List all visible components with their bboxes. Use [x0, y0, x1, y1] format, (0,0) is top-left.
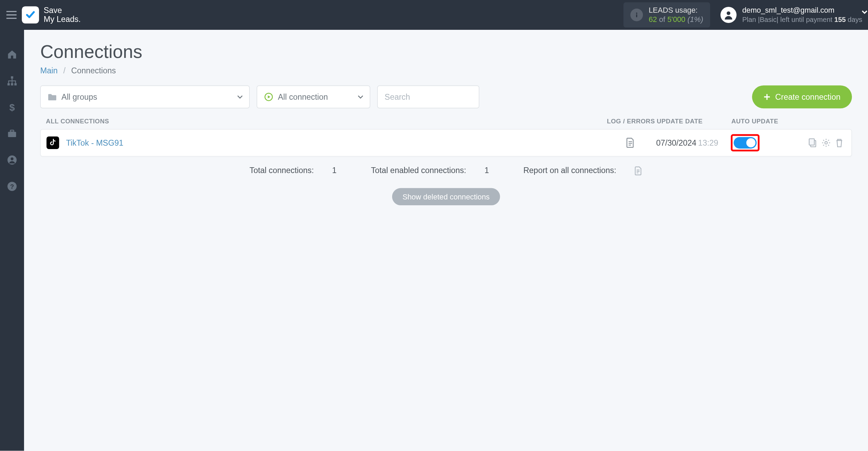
breadcrumb-main-link[interactable]: Main [40, 66, 58, 75]
question-icon: ? [7, 181, 17, 192]
folder-icon [48, 93, 57, 101]
update-time: 13:29 [698, 138, 718, 147]
svg-point-0 [636, 12, 637, 14]
briefcase-icon [7, 129, 17, 139]
sidebar-item-connections[interactable] [6, 75, 19, 87]
breadcrumb: Main / Connections [40, 66, 852, 75]
report-button[interactable] [635, 167, 643, 176]
document-icon [635, 167, 643, 176]
settings-button[interactable] [821, 138, 831, 147]
home-icon [7, 49, 17, 60]
sidebar: $ ? [0, 30, 24, 451]
log-button[interactable] [626, 138, 635, 148]
sitemap-icon [7, 76, 17, 86]
gear-icon [821, 138, 831, 147]
sidebar-item-briefcase[interactable] [6, 127, 19, 140]
hamburger-icon [6, 11, 16, 19]
sidebar-item-billing[interactable]: $ [6, 101, 19, 114]
th-auto: AUTO UPDATE [731, 118, 795, 124]
dollar-icon: $ [7, 102, 17, 112]
copy-icon [808, 138, 817, 147]
search-box[interactable] [377, 85, 479, 108]
search-input[interactable] [385, 92, 472, 101]
leads-values: 62 of 5'000 (1%) [649, 15, 703, 24]
main-content: Connections Main / Connections All group… [24, 30, 868, 451]
table-row: TikTok - MSG91 07/30/2024 13:29 [40, 129, 852, 156]
svg-rect-8 [8, 132, 16, 137]
svg-point-2 [727, 11, 730, 15]
leads-usage-badge[interactable]: LEADS usage: 62 of 5'000 (1%) [623, 2, 710, 28]
auto-update-toggle[interactable] [734, 137, 756, 148]
stat-report: Report on all connections: [515, 166, 651, 175]
filters-row: All groups All connection Create connect… [40, 85, 852, 108]
toggle-highlight [731, 134, 760, 151]
connection-filter-select[interactable]: All connection [257, 85, 370, 108]
cell-log [605, 138, 656, 148]
show-deleted-button[interactable]: Show deleted connections [392, 188, 500, 205]
svg-point-17 [825, 142, 827, 144]
tiktok-icon [47, 136, 59, 149]
breadcrumb-sep: / [63, 66, 66, 75]
user-icon [723, 10, 734, 20]
table-header: ALL CONNECTIONS LOG / ERRORS UPDATE DATE… [40, 114, 852, 129]
create-connection-button[interactable]: Create connection [752, 85, 852, 108]
chevron-down-icon [357, 94, 364, 100]
topbar: Save My Leads. LEADS usage: 62 of 5'000 … [0, 0, 868, 30]
th-date: UPDATE DATE [657, 118, 731, 124]
cell-name: TikTok - MSG91 [47, 136, 605, 149]
svg-text:$: $ [9, 102, 15, 112]
info-icon [630, 9, 643, 21]
user-plan: Plan |Basic| left until payment 155 days [742, 15, 862, 24]
leads-label: LEADS usage: [649, 6, 703, 15]
groups-select[interactable]: All groups [40, 85, 250, 108]
checkmark-icon [25, 9, 36, 21]
user-circle-icon [7, 155, 17, 165]
breadcrumb-current: Connections [71, 66, 116, 75]
svg-rect-9 [10, 130, 14, 132]
leads-text: LEADS usage: 62 of 5'000 (1%) [649, 6, 703, 24]
th-log: LOG / ERRORS [605, 118, 657, 124]
chevron-down-icon [236, 94, 243, 100]
svg-rect-3 [11, 76, 13, 79]
svg-text:?: ? [10, 183, 14, 190]
svg-rect-16 [809, 139, 814, 145]
avatar [720, 7, 737, 23]
user-email: demo_sml_test@gmail.com [742, 6, 862, 15]
brand-line1: Save [44, 6, 81, 15]
page-title: Connections [40, 41, 852, 62]
plus-icon [764, 94, 771, 100]
svg-rect-5 [11, 83, 13, 86]
trash-icon [835, 138, 843, 147]
user-text: demo_sml_test@gmail.com Plan |Basic| lef… [742, 6, 862, 24]
logo[interactable] [22, 6, 39, 23]
connection-stats: Total connections: 1 Total enabled conne… [40, 166, 852, 176]
svg-rect-4 [8, 83, 10, 86]
update-date: 07/30/2024 [656, 138, 696, 147]
connection-filter-label: All connection [278, 92, 328, 101]
svg-point-11 [11, 157, 13, 160]
user-menu[interactable]: demo_sml_test@gmail.com Plan |Basic| lef… [720, 6, 862, 24]
copy-button[interactable] [808, 138, 817, 147]
th-name: ALL CONNECTIONS [46, 118, 605, 124]
connection-link[interactable]: TikTok - MSG91 [66, 138, 123, 147]
cell-date: 07/30/2024 13:29 [656, 138, 731, 147]
stat-enabled: Total enabled connections: 1 [363, 166, 499, 175]
chevron-down-icon[interactable] [860, 8, 868, 16]
menu-toggle-button[interactable] [3, 7, 20, 23]
brand-line2: My Leads. [44, 15, 81, 24]
sidebar-item-home[interactable] [6, 48, 19, 61]
create-connection-label: Create connection [775, 92, 841, 101]
sidebar-item-account[interactable] [6, 154, 19, 166]
sidebar-item-help[interactable]: ? [6, 180, 19, 193]
delete-button[interactable] [835, 138, 843, 147]
svg-rect-6 [14, 83, 17, 86]
stat-total: Total connections: 1 [242, 166, 347, 175]
play-circle-icon [264, 92, 273, 101]
cell-auto-update [731, 134, 794, 151]
cell-actions [794, 138, 846, 147]
document-icon [626, 138, 635, 148]
brand-text: Save My Leads. [44, 6, 81, 23]
svg-rect-1 [636, 14, 637, 17]
groups-select-label: All groups [61, 92, 97, 101]
